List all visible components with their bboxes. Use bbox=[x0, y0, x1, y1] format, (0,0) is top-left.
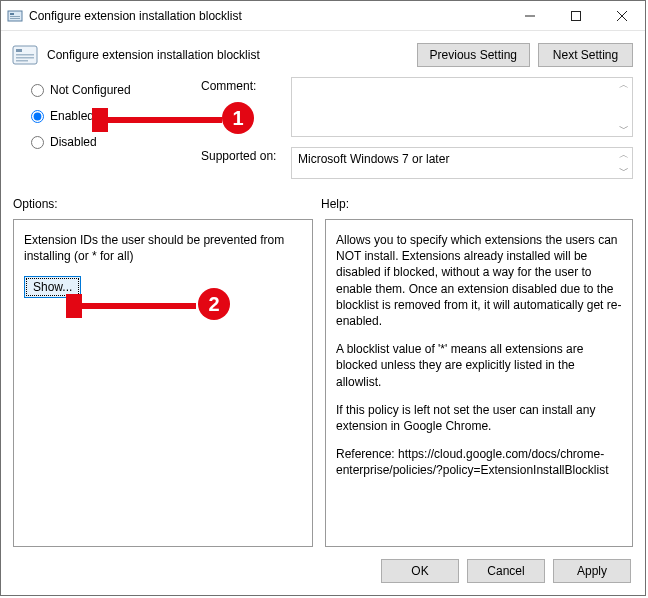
panels-row: Extension IDs the user should be prevent… bbox=[1, 215, 645, 547]
options-panel: Extension IDs the user should be prevent… bbox=[13, 219, 313, 547]
radio-enabled-input[interactable] bbox=[31, 110, 44, 123]
help-p2: A blocklist value of '*' means all exten… bbox=[336, 341, 622, 390]
help-p4: Reference: https://cloud.google.com/docs… bbox=[336, 446, 622, 478]
app-icon bbox=[7, 8, 23, 24]
svg-rect-12 bbox=[16, 60, 28, 62]
state-radio-group: Not Configured Enabled Disabled bbox=[31, 77, 201, 149]
svg-rect-10 bbox=[16, 54, 34, 56]
radio-not-configured-label: Not Configured bbox=[50, 83, 131, 97]
radio-disabled-input[interactable] bbox=[31, 136, 44, 149]
close-button[interactable] bbox=[599, 1, 645, 31]
help-panel: Allows you to specify which extensions t… bbox=[325, 219, 633, 547]
config-block: Not Configured Enabled Disabled Comment:… bbox=[1, 77, 645, 183]
help-p1: Allows you to specify which extensions t… bbox=[336, 232, 622, 329]
show-button[interactable]: Show... bbox=[24, 276, 81, 298]
options-section-label: Options: bbox=[13, 197, 321, 211]
svg-rect-2 bbox=[10, 16, 20, 17]
policy-icon bbox=[11, 41, 39, 69]
next-setting-button[interactable]: Next Setting bbox=[538, 43, 633, 67]
radio-disabled[interactable]: Disabled bbox=[31, 135, 201, 149]
radio-not-configured-input[interactable] bbox=[31, 84, 44, 97]
radio-enabled-label: Enabled bbox=[50, 109, 94, 123]
svg-rect-1 bbox=[10, 13, 14, 15]
comment-label: Comment: bbox=[201, 77, 291, 93]
apply-button[interactable]: Apply bbox=[553, 559, 631, 583]
radio-not-configured[interactable]: Not Configured bbox=[31, 83, 201, 97]
svg-rect-5 bbox=[572, 11, 581, 20]
options-description: Extension IDs the user should be prevent… bbox=[24, 232, 302, 264]
dialog-button-bar: OK Cancel Apply bbox=[1, 547, 645, 595]
content-area: Configure extension installation blockli… bbox=[1, 31, 645, 595]
supported-on-value: Microsoft Windows 7 or later bbox=[298, 152, 449, 166]
ok-button[interactable]: OK bbox=[381, 559, 459, 583]
scroll-down-icon[interactable]: ﹀ bbox=[618, 165, 630, 177]
header-title: Configure extension installation blockli… bbox=[47, 48, 260, 62]
supported-on-label: Supported on: bbox=[201, 147, 291, 163]
cancel-button[interactable]: Cancel bbox=[467, 559, 545, 583]
previous-setting-button[interactable]: Previous Setting bbox=[417, 43, 530, 67]
help-p3: If this policy is left not set the user … bbox=[336, 402, 622, 434]
radio-disabled-label: Disabled bbox=[50, 135, 97, 149]
header-row: Configure extension installation blockli… bbox=[1, 31, 645, 77]
scroll-up-icon[interactable]: ︿ bbox=[618, 149, 630, 161]
help-section-label: Help: bbox=[321, 197, 633, 211]
scroll-down-icon[interactable]: ﹀ bbox=[618, 123, 630, 135]
policy-editor-window: Configure extension installation blockli… bbox=[0, 0, 646, 596]
section-labels: Options: Help: bbox=[1, 183, 645, 215]
right-column: Comment: ︿ ﹀ Supported on: Microsoft Win… bbox=[201, 77, 633, 179]
window-title: Configure extension installation blockli… bbox=[29, 9, 242, 23]
titlebar: Configure extension installation blockli… bbox=[1, 1, 645, 31]
svg-rect-3 bbox=[10, 18, 20, 19]
minimize-button[interactable] bbox=[507, 1, 553, 31]
comment-textarea[interactable]: ︿ ﹀ bbox=[291, 77, 633, 137]
svg-rect-11 bbox=[16, 57, 34, 59]
svg-rect-9 bbox=[16, 49, 22, 52]
maximize-button[interactable] bbox=[553, 1, 599, 31]
scroll-up-icon[interactable]: ︿ bbox=[618, 79, 630, 91]
supported-on-box: Microsoft Windows 7 or later ︿ ﹀ bbox=[291, 147, 633, 179]
radio-enabled[interactable]: Enabled bbox=[31, 109, 201, 123]
